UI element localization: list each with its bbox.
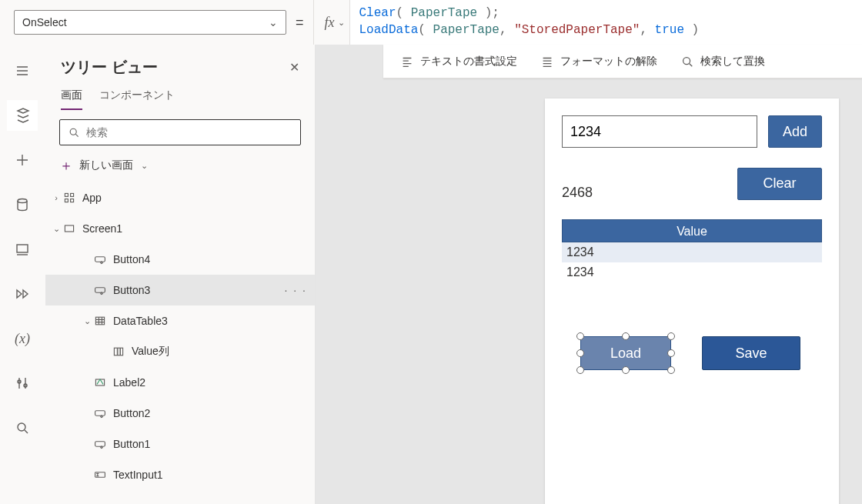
formula-text[interactable]: Clear( PaperTape ); LoadData( PaperTape,…: [350, 0, 862, 38]
tree-tabs: 画面 コンポーネント: [45, 84, 315, 110]
tree-item-label: Value列: [132, 345, 169, 359]
svg-rect-18: [95, 442, 105, 446]
resize-handle[interactable]: [667, 366, 675, 374]
tree-item-label: Screen1: [82, 222, 122, 235]
tree-item-label: DataTable3: [113, 315, 168, 327]
svg-rect-11: [95, 257, 105, 262]
load-button[interactable]: Load: [580, 336, 671, 370]
rect-icon: [62, 222, 76, 235]
format-text-icon: [400, 55, 414, 68]
textinput-icon: [93, 468, 107, 482]
insert-icon[interactable]: [7, 145, 38, 175]
more-icon[interactable]: · · ·: [285, 284, 307, 296]
media-icon[interactable]: [7, 234, 38, 265]
resize-handle[interactable]: [667, 349, 675, 357]
resize-handle[interactable]: [622, 366, 630, 374]
tree-item-Screen1[interactable]: ⌄Screen1: [45, 213, 315, 244]
label-icon: [93, 375, 107, 389]
svg-rect-8: [65, 199, 68, 202]
tree-item-label: Label2: [113, 376, 145, 389]
tree-item-label: Button4: [113, 253, 150, 265]
tree-item-App[interactable]: ›App: [45, 182, 315, 213]
sum-label: 2468: [562, 185, 593, 201]
tree-item-label: App: [82, 192, 102, 204]
new-screen-button[interactable]: ＋ 新しい画面 ⌄: [45, 152, 315, 182]
svg-rect-7: [71, 193, 74, 196]
app-preview: Add 2468 Clear Value 12341234 Load: [545, 98, 839, 504]
data-table-header: Value: [562, 219, 822, 242]
resize-handle[interactable]: [667, 332, 675, 340]
table-icon: [93, 314, 107, 328]
tab-components[interactable]: コンポーネント: [99, 88, 175, 110]
tree-search-input[interactable]: [86, 126, 292, 139]
remove-format-button[interactable]: フォーマットの解除: [540, 55, 657, 68]
svg-rect-12: [95, 288, 105, 292]
tree-item-Value列[interactable]: Value列: [45, 336, 315, 367]
property-dropdown[interactable]: OnSelect ⌄: [14, 10, 286, 35]
find-replace-button[interactable]: 検索して置換: [680, 55, 765, 68]
hamburger-icon[interactable]: [7, 55, 38, 86]
tree-item-Button3[interactable]: Button3· · ·: [45, 275, 315, 305]
text-input[interactable]: [562, 115, 757, 148]
expand-icon[interactable]: ⌄: [50, 224, 62, 234]
chevron-down-icon: ⌄: [269, 16, 278, 28]
fx-icon: fx: [325, 15, 335, 31]
tree-item-label: Button3: [113, 284, 150, 296]
tree-item-Button4[interactable]: Button4: [45, 244, 315, 275]
svg-rect-13: [95, 317, 104, 325]
tree-search[interactable]: [59, 119, 301, 145]
search-icon[interactable]: [7, 412, 38, 443]
chevron-down-icon: ⌄: [338, 18, 345, 28]
formula-bar[interactable]: Clear( PaperTape ); LoadData( PaperTape,…: [349, 0, 862, 45]
tree-item-DataTable3[interactable]: ⌄DataTable3: [45, 305, 315, 336]
expand-icon[interactable]: ⌄: [81, 316, 93, 326]
tree-item-Button2[interactable]: Button2: [45, 398, 315, 429]
clear-button[interactable]: Clear: [737, 168, 822, 200]
tree-item-label: Button2: [113, 407, 150, 419]
resize-handle[interactable]: [576, 332, 584, 340]
resize-handle[interactable]: [622, 332, 630, 340]
svg-point-20: [683, 57, 690, 64]
table-row[interactable]: 1234: [562, 262, 822, 282]
tree-view-title: ツリー ビュー: [61, 57, 289, 78]
svg-rect-6: [65, 193, 68, 196]
table-row[interactable]: 1234: [562, 242, 822, 262]
column-icon: [112, 345, 125, 359]
svg-point-0: [18, 199, 27, 203]
canvas-area[interactable]: テキストの書式設定 フォーマットの解除 検索して置換: [316, 45, 862, 504]
button-icon: [93, 437, 107, 451]
button-icon: [93, 283, 107, 297]
power-automate-icon[interactable]: [7, 279, 38, 309]
svg-rect-19: [95, 472, 105, 477]
resize-handle[interactable]: [576, 349, 584, 357]
data-icon[interactable]: [7, 189, 38, 220]
tab-screens[interactable]: 画面: [61, 88, 82, 110]
fx-button[interactable]: fx ⌄: [313, 0, 349, 45]
equals-sign: =: [296, 15, 304, 31]
close-icon[interactable]: ✕: [289, 60, 299, 75]
format-text-button[interactable]: テキストの書式設定: [400, 55, 517, 68]
chevron-down-icon: ⌄: [141, 161, 148, 171]
expand-icon[interactable]: ›: [50, 193, 62, 202]
data-table[interactable]: Value 12341234: [562, 219, 822, 282]
svg-point-4: [18, 423, 25, 431]
resize-handle[interactable]: [576, 366, 584, 374]
svg-rect-10: [65, 225, 73, 232]
button-icon: [93, 406, 107, 420]
tree-view-panel: ツリー ビュー ✕ 画面 コンポーネント ＋ 新しい画面 ⌄ ›App⌄Scre…: [45, 45, 316, 504]
tree-view-icon[interactable]: [7, 100, 38, 131]
svg-point-5: [70, 129, 76, 135]
svg-rect-9: [71, 199, 74, 202]
tree-item-Button1[interactable]: Button1: [45, 429, 315, 459]
tree-item-label: TextInput1: [113, 469, 163, 481]
svg-rect-16: [95, 379, 104, 386]
advanced-tools-icon[interactable]: [7, 368, 38, 399]
add-button[interactable]: Add: [768, 115, 822, 148]
tree-item-TextInput1[interactable]: TextInput1: [45, 459, 315, 490]
plus-icon: ＋: [59, 156, 73, 175]
search-icon: [68, 126, 80, 139]
save-button[interactable]: Save: [702, 336, 800, 370]
variables-icon[interactable]: (x): [7, 323, 38, 354]
tree-item-Label2[interactable]: Label2: [45, 367, 315, 398]
remove-format-icon: [540, 55, 554, 68]
